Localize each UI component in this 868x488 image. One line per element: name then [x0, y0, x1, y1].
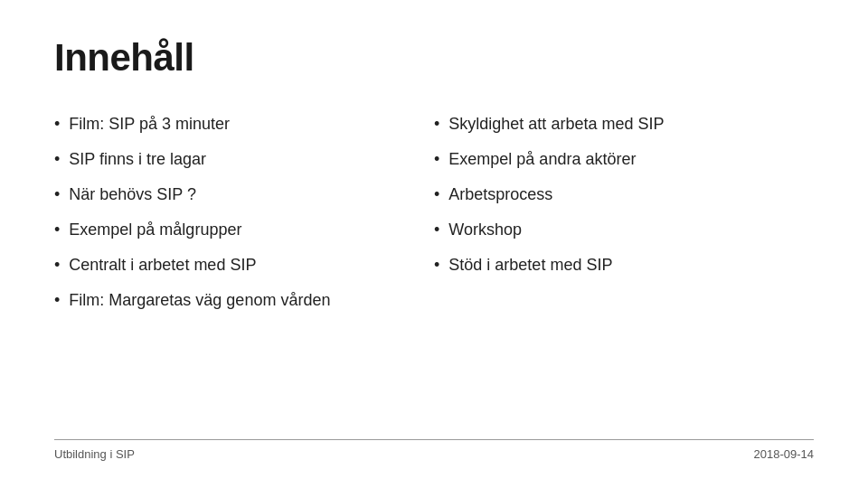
bullet-text: När behövs SIP ? — [69, 183, 196, 207]
slide-title: Innehåll — [54, 36, 814, 80]
bullet-dot: • — [434, 147, 439, 172]
bullet-text: Workshop — [448, 218, 522, 242]
left-bullet-item: •Film: Margaretas väg genom vården — [54, 283, 434, 318]
bullet-dot: • — [434, 218, 439, 242]
left-bullet-item: •Film: SIP på 3 minuter — [54, 107, 434, 142]
left-bullet-item: •När behövs SIP ? — [54, 177, 434, 212]
bullet-dot: • — [54, 112, 60, 136]
bullet-dot: • — [54, 288, 60, 313]
bullet-text: Film: SIP på 3 minuter — [69, 112, 230, 136]
footer-date: 2018-09-14 — [754, 447, 815, 461]
right-bullet-item: •Skyldighet att arbeta med SIP — [434, 107, 814, 142]
right-bullet-item: •Workshop — [434, 212, 814, 248]
bullet-text: Centralt i arbetet med SIP — [69, 253, 256, 277]
bullet-text: Skyldighet att arbeta med SIP — [448, 112, 664, 136]
bullet-text: Stöd i arbetet med SIP — [448, 253, 612, 277]
bullet-dot: • — [434, 112, 439, 136]
bullet-text: Arbetsprocess — [448, 183, 552, 207]
bullet-dot: • — [434, 253, 439, 277]
left-bullet-item: •SIP finns i tre lagar — [54, 142, 434, 177]
left-bullet-item: •Exempel på målgrupper — [54, 212, 434, 248]
bullet-dot: • — [54, 147, 60, 172]
right-bullet-item: •Stöd i arbetet med SIP — [434, 248, 814, 283]
bullet-dot: • — [54, 183, 60, 207]
right-bullet-item: •Arbetsprocess — [434, 177, 814, 212]
right-column: •Skyldighet att arbeta med SIP•Exempel p… — [434, 107, 814, 439]
footer: Utbildning i SIP 2018-09-14 — [54, 439, 814, 461]
bullet-text: Exempel på andra aktörer — [448, 147, 636, 172]
bullet-dot: • — [434, 183, 439, 207]
bullet-text: Film: Margaretas väg genom vården — [69, 288, 330, 313]
bullet-text: Exempel på målgrupper — [69, 218, 241, 242]
content-area: •Film: SIP på 3 minuter•SIP finns i tre … — [54, 107, 814, 439]
slide: Innehåll •Film: SIP på 3 minuter•SIP fin… — [0, 0, 868, 488]
bullet-dot: • — [54, 253, 60, 277]
bullet-text: SIP finns i tre lagar — [69, 147, 206, 172]
right-bullet-item: •Exempel på andra aktörer — [434, 142, 814, 177]
left-column: •Film: SIP på 3 minuter•SIP finns i tre … — [54, 107, 434, 439]
bullet-dot: • — [54, 218, 60, 242]
footer-left-label: Utbildning i SIP — [54, 447, 135, 461]
left-bullet-item: •Centralt i arbetet med SIP — [54, 248, 434, 283]
